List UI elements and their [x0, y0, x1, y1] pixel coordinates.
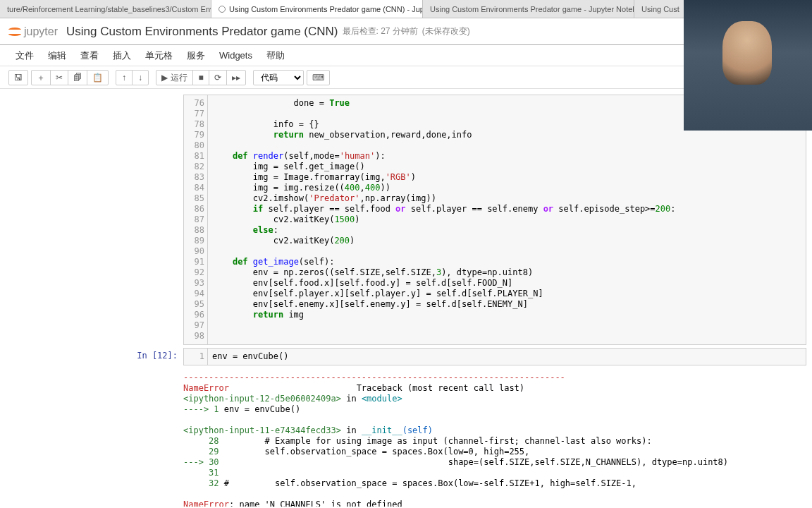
menu-help[interactable]: 帮助: [259, 47, 292, 65]
run-button[interactable]: ▶运行: [156, 70, 193, 85]
browser-tab[interactable]: ture/Reinforcement Learning/stable_basel…: [0, 0, 211, 18]
input-prompt: [120, 95, 183, 345]
unsaved-changes: (未保存改变): [422, 25, 470, 37]
paste-button[interactable]: 📋: [87, 70, 109, 85]
code-cell[interactable]: In [12]: 1 env = envCube(): [120, 348, 806, 365]
browser-tab[interactable]: Using Custom Environments Predator game …: [423, 0, 634, 18]
menu-cell[interactable]: 单元格: [138, 47, 180, 65]
notebook-container: 76 77 78 79 80 81 82 83 84 85 86 87 88 8…: [0, 89, 812, 507]
cut-button[interactable]: ✂: [50, 70, 68, 85]
line-gutter: 1: [183, 348, 207, 365]
output-cell: ----------------------------------------…: [120, 368, 806, 507]
copy-button[interactable]: 🗐: [68, 70, 87, 85]
tab-label: ture/Reinforcement Learning/stable_basel…: [7, 5, 211, 13]
restart-run-all-button[interactable]: ▸▸: [226, 70, 246, 85]
menu-kernel[interactable]: 服务: [180, 47, 212, 65]
tab-label: Using Custom Environments Predator game …: [430, 5, 634, 13]
output-prompt: [120, 368, 183, 507]
error-traceback: ----------------------------------------…: [183, 368, 806, 507]
code-cell[interactable]: 76 77 78 79 80 81 82 83 84 85 86 87 88 8…: [120, 95, 806, 345]
command-palette-button[interactable]: ⌨: [307, 70, 330, 85]
stop-button[interactable]: ■: [192, 70, 209, 85]
jupyter-logo[interactable]: jupyter: [8, 25, 58, 38]
restart-button[interactable]: ⟳: [209, 70, 227, 85]
jupyter-logo-text: jupyter: [24, 25, 58, 38]
play-icon: ▶: [161, 73, 168, 83]
tab-label: Using Cust: [641, 5, 679, 13]
menu-insert[interactable]: 插入: [106, 47, 138, 65]
webcam-overlay: [684, 0, 812, 131]
menu-view[interactable]: 查看: [73, 47, 106, 65]
menu-widgets[interactable]: Widgets: [212, 47, 259, 64]
cell-type-select[interactable]: 代码: [253, 70, 304, 85]
menu-file[interactable]: 文件: [8, 47, 41, 65]
browser-tab[interactable]: Using Custom Environments Predator game …: [211, 0, 423, 18]
jupyter-favicon: [219, 6, 226, 13]
last-checkpoint: 最后检查: 27 分钟前: [343, 25, 418, 37]
menu-edit[interactable]: 编辑: [41, 47, 73, 65]
code-editor[interactable]: env = envCube(): [207, 348, 806, 365]
line-gutter: 76 77 78 79 80 81 82 83 84 85 86 87 88 8…: [183, 95, 207, 345]
jupyter-icon: [8, 28, 21, 36]
move-up-button[interactable]: ↑: [116, 70, 133, 85]
notebook-title[interactable]: Using Custom Environments Predator game …: [66, 25, 338, 39]
tab-label: Using Custom Environments Predator game …: [229, 5, 423, 13]
run-label: 运行: [171, 73, 187, 83]
add-cell-button[interactable]: ＋: [31, 70, 51, 85]
code-editor[interactable]: done = True info = {} return new_observa…: [207, 95, 806, 345]
input-prompt: In [12]:: [120, 348, 183, 365]
save-button[interactable]: 🖫: [8, 70, 28, 85]
move-down-button[interactable]: ↓: [132, 70, 149, 85]
